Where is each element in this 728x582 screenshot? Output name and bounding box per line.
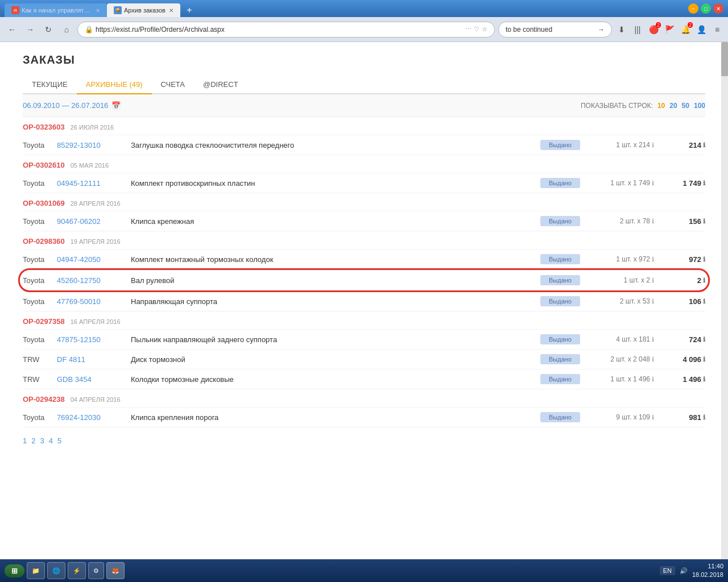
qty-info-icon-5[interactable]: ℹ	[652, 298, 654, 305]
rows-10[interactable]: 10	[657, 102, 665, 110]
status-0302610-0: Выдано	[540, 178, 580, 188]
part-number-0298360-2[interactable]: 47769-50010	[57, 297, 125, 306]
qty-info-icon-6[interactable]: ℹ	[652, 336, 654, 343]
start-button[interactable]: ⊞	[5, 564, 24, 577]
new-tab-button[interactable]: +	[183, 3, 196, 17]
order-header-0323603: ОР-0323603 26 ИЮЛЯ 2016	[23, 117, 705, 135]
taskbar-app3[interactable]: ⚡	[68, 562, 86, 579]
rows-20[interactable]: 20	[669, 102, 677, 110]
page-1[interactable]: 1	[23, 436, 27, 445]
qty-info-icon-4[interactable]: ℹ	[652, 277, 654, 284]
price-icon[interactable]: ℹ	[703, 142, 705, 149]
flag-icon[interactable]: 🚩	[663, 23, 676, 36]
page-5[interactable]: 5	[57, 436, 61, 445]
part-number-0298360-0[interactable]: 04947-42050	[57, 255, 125, 264]
maximize-button[interactable]: □	[701, 3, 711, 14]
browser-tab-2[interactable]: 📦 Архив заказов ✕	[107, 3, 180, 17]
qty-info-icon-8[interactable]: ℹ	[652, 376, 654, 383]
heart-icon[interactable]: ♡	[474, 26, 479, 33]
taskbar-explorer[interactable]: 📁	[27, 562, 45, 579]
price-icon-6[interactable]: ℹ	[703, 336, 705, 343]
volume-icon[interactable]: 🔊	[680, 567, 688, 575]
download-icon[interactable]: ⬇	[615, 23, 628, 36]
language-indicator[interactable]: EN	[660, 566, 675, 575]
home-button[interactable]: ⌂	[59, 22, 74, 37]
order-row-0298360-1-highlighted: Toyota 45260-12750 Вал рулевой Выдано 1 …	[23, 270, 705, 290]
price-icon-2[interactable]: ℹ	[703, 218, 705, 225]
search-text: to be continued	[506, 26, 552, 34]
qty-info-icon-3[interactable]: ℹ	[652, 256, 654, 263]
part-number-0297358-0[interactable]: 47875-12150	[57, 335, 125, 344]
rows-50[interactable]: 50	[682, 102, 689, 110]
order-group-0323603: ОР-0323603 26 ИЮЛЯ 2016 Toyota 85292-130…	[23, 117, 705, 155]
price-icon-3[interactable]: ℹ	[703, 256, 705, 263]
part-number-0294238-0[interactable]: 76924-12030	[57, 413, 125, 422]
taskbar-firefox[interactable]: 🦊	[106, 562, 125, 579]
person-icon[interactable]: 👤	[695, 23, 708, 36]
part-number-0298360-1[interactable]: 45260-12750	[57, 276, 125, 285]
order-id-0301069[interactable]: ОР-0301069	[23, 199, 65, 207]
order-header-0297358: ОР-0297358 16 АПРЕЛЯ 2016	[23, 311, 705, 329]
price-icon-8[interactable]: ℹ	[703, 376, 705, 383]
qty-0297358-1: 2 шт. х 2 048 ℹ	[586, 355, 654, 363]
tab-current[interactable]: ТЕКУЩИЕ	[23, 76, 77, 93]
status-0298360-2: Выдано	[540, 296, 580, 306]
taskbar-app4[interactable]: ⚙	[88, 562, 104, 579]
page-3[interactable]: 3	[40, 436, 44, 445]
search-bar[interactable]: to be continued →	[498, 22, 612, 38]
qty-info-icon-9[interactable]: ℹ	[652, 414, 654, 421]
part-number-0297358-1[interactable]: DF 4811	[57, 355, 125, 364]
status-0323603-0: Выдано	[540, 140, 580, 150]
part-number-0301069-0[interactable]: 90467-06202	[57, 217, 125, 226]
browser-tab-1[interactable]: Я Как я начал управлять потре... ✕	[5, 3, 107, 17]
minimize-button[interactable]: −	[688, 3, 698, 14]
order-id-0294238[interactable]: ОР-0294238	[23, 395, 65, 404]
tab-direct[interactable]: @DIRECT	[194, 76, 247, 93]
star-icon[interactable]: ☆	[482, 26, 487, 33]
qty-info-icon-1[interactable]: ℹ	[652, 180, 654, 187]
order-id-0297358[interactable]: ОР-0297358	[23, 317, 65, 326]
part-number-0297358-2[interactable]: GDB 3454	[57, 375, 125, 384]
page-4[interactable]: 4	[49, 436, 53, 445]
search-arrow[interactable]: →	[598, 26, 605, 34]
tab-archive[interactable]: АРХИВНЫЕ (49)	[77, 76, 152, 94]
calendar-icon[interactable]: 📅	[111, 101, 121, 110]
url-bar[interactable]: 🔒 https://exist.ru/Profile/Orders/Archiv…	[77, 22, 495, 38]
qty-0294238-0: 9 шт. х 109 ℹ	[586, 413, 654, 421]
brand-0297358-0: Toyota	[23, 335, 51, 344]
qty-info-icon-2[interactable]: ℹ	[652, 218, 654, 225]
notification-icon[interactable]: 🔴2	[647, 23, 660, 36]
price-icon-7[interactable]: ℹ	[703, 356, 705, 363]
forward-button[interactable]: →	[23, 22, 38, 37]
taskbar-chrome[interactable]: 🌐	[47, 562, 65, 579]
qty-info-icon[interactable]: ℹ	[652, 142, 654, 149]
tab2-close[interactable]: ✕	[169, 7, 173, 14]
date-range[interactable]: 06.09.2010 — 26.07.2016 📅	[23, 101, 121, 110]
order-id-0323603[interactable]: ОР-0323603	[23, 123, 65, 131]
page-2[interactable]: 2	[31, 436, 35, 445]
price-icon-1[interactable]: ℹ	[703, 180, 705, 187]
qty-0301069-0: 2 шт. х 78 ℹ	[586, 217, 654, 225]
order-group-0298360: ОР-0298360 19 АПРЕЛЯ 2016 Toyota 04947-4…	[23, 231, 705, 311]
tab1-close[interactable]: ✕	[96, 7, 100, 14]
price-icon-9[interactable]: ℹ	[703, 414, 705, 421]
close-button[interactable]: ✕	[713, 3, 723, 14]
bookmark-icon[interactable]: ⋯	[465, 26, 471, 33]
part-number-0302610-0[interactable]: 04945-12111	[57, 179, 125, 188]
price-icon-5[interactable]: ℹ	[703, 298, 705, 305]
part-number-0323603-0[interactable]: 85292-13010	[57, 141, 125, 149]
rows-100[interactable]: 100	[694, 102, 705, 110]
order-id-0298360[interactable]: ОР-0298360	[23, 237, 65, 246]
bookmarks-icon[interactable]: |||	[631, 23, 644, 36]
refresh-button[interactable]: ↻	[41, 22, 56, 37]
notification2-icon[interactable]: 🔔2	[679, 23, 692, 36]
back-button[interactable]: ←	[5, 22, 19, 37]
scrollbar-thumb[interactable]	[721, 42, 728, 76]
title-bar: Я Как я начал управлять потре... ✕ 📦 Арх…	[0, 0, 728, 17]
part-name-0302610-0: Комплект противоскрипных пластин	[131, 179, 535, 188]
order-id-0302610[interactable]: ОР-0302610	[23, 161, 65, 169]
tab-invoices[interactable]: СЧЕТА	[152, 76, 194, 93]
price-icon-4[interactable]: ℹ	[703, 277, 705, 284]
qty-info-icon-7[interactable]: ℹ	[652, 356, 654, 363]
menu-icon[interactable]: ≡	[711, 23, 723, 36]
